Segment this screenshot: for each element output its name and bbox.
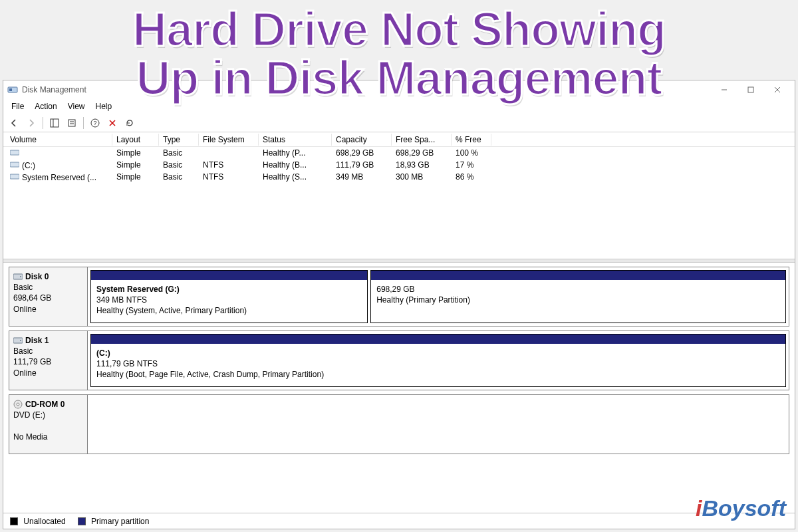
volume-list-pane[interactable]: Volume Layout Type File System Status Ca…	[3, 132, 795, 259]
cell-capacity: 698,29 GB	[332, 148, 392, 158]
cell-type: Basic	[159, 148, 199, 158]
graphical-view-pane[interactable]: Disk 0Basic698,64 GBOnlineSystem Reserve…	[3, 263, 795, 513]
cell-layout: Simple	[112, 148, 159, 158]
partition[interactable]: (C:)111,79 GB NTFSHealthy (Boot, Page Fi…	[90, 334, 786, 387]
disk-row[interactable]: CD-ROM 0DVD (E:) No Media	[9, 394, 789, 454]
partition-status: Healthy (System, Active, Primary Partiti…	[96, 305, 362, 316]
disk-row[interactable]: Disk 1Basic111,79 GBOnline(C:)111,79 GB …	[9, 331, 789, 390]
partition-stripe	[371, 271, 785, 280]
volume-row[interactable]: (C:)SimpleBasicNTFSHealthy (B...111,79 G…	[3, 159, 795, 171]
help-button[interactable]: ?	[87, 116, 103, 130]
disk-management-window: Disk Management File Action View Help ? …	[3, 80, 795, 529]
cell-capacity: 111,79 GB	[332, 160, 392, 170]
maximize-button[interactable]	[737, 82, 764, 98]
volume-row[interactable]: SimpleBasicHealthy (P...698,29 GB698,29 …	[3, 147, 795, 159]
drive-icon	[10, 172, 19, 180]
back-button[interactable]	[6, 116, 22, 130]
volume-row[interactable]: System Reserved (...SimpleBasicNTFSHealt…	[3, 171, 795, 183]
disk-state: Online	[13, 368, 83, 378]
partition-size: 349 MB NTFS	[96, 295, 362, 305]
toolbar-separator	[43, 117, 43, 129]
overlay-line-1: Hard Drive Not Showing	[0, 5, 798, 54]
forward-button[interactable]	[23, 116, 39, 130]
volume-name: (C:)	[22, 161, 35, 170]
legend-primary-label: Primary partition	[91, 517, 149, 526]
svg-text:?: ?	[93, 120, 96, 126]
col-header-capacity[interactable]: Capacity	[332, 134, 392, 146]
cell-pctfree: 86 %	[452, 172, 491, 182]
partition-title: (C:)	[96, 348, 780, 358]
menu-view[interactable]: View	[63, 100, 90, 112]
drive-icon	[10, 148, 19, 156]
svg-rect-6	[51, 119, 59, 127]
menu-file[interactable]: File	[6, 100, 29, 112]
svg-rect-8	[68, 120, 75, 126]
col-header-pctfree[interactable]: % Free	[452, 134, 491, 146]
col-header-type[interactable]: Type	[159, 134, 199, 146]
cell-pctfree: 100 %	[452, 148, 491, 158]
col-header-volume[interactable]: Volume	[6, 134, 112, 146]
cell-free: 300 MB	[392, 172, 452, 182]
svg-point-23	[17, 403, 19, 406]
window-controls	[711, 82, 791, 98]
cell-type: Basic	[159, 172, 199, 182]
cell-free: 18,93 GB	[392, 160, 452, 170]
partition-container	[88, 395, 789, 454]
disk-size: 698,64 GB	[13, 293, 83, 303]
hard-disk-icon	[13, 336, 23, 344]
cell-status: Healthy (B...	[259, 160, 332, 170]
cell-pctfree: 17 %	[452, 160, 491, 170]
svg-point-21	[20, 340, 21, 341]
cell-layout: Simple	[112, 172, 159, 182]
legend-swatch-blue-icon	[78, 517, 86, 525]
toolbar: ?	[3, 114, 795, 132]
cell-free: 698,29 GB	[392, 148, 452, 158]
disk-row[interactable]: Disk 0Basic698,64 GBOnlineSystem Reserve…	[9, 267, 789, 327]
svg-rect-15	[10, 150, 19, 155]
legend-primary: Primary partition	[78, 517, 150, 526]
col-header-layout[interactable]: Layout	[112, 134, 159, 146]
disk-size: 111,79 GB	[13, 356, 83, 367]
col-header-free[interactable]: Free Spa...	[392, 134, 452, 146]
cell-filesystem: NTFS	[199, 172, 259, 182]
delete-button[interactable]	[104, 116, 120, 130]
cell-layout: Simple	[112, 160, 159, 170]
partition[interactable]: 698,29 GBHealthy (Primary Partition)	[370, 270, 786, 323]
partition-container: System Reserved (G:)349 MB NTFSHealthy (…	[88, 267, 789, 326]
cell-capacity: 349 MB	[332, 172, 392, 182]
volume-name: System Reserved (...	[22, 173, 96, 182]
volume-list-header[interactable]: Volume Layout Type File System Status Ca…	[3, 132, 795, 147]
svg-point-19	[20, 276, 21, 277]
properties-button[interactable]	[64, 116, 80, 130]
cell-status: Healthy (P...	[259, 148, 332, 158]
disk-management-icon	[7, 84, 18, 95]
disk-state: No Media	[13, 432, 83, 442]
partition-status: Healthy (Primary Partition)	[376, 295, 780, 305]
menu-help[interactable]: Help	[90, 100, 118, 112]
cell-filesystem	[199, 152, 259, 154]
partition-size: 698,29 GB	[376, 284, 780, 295]
menu-action[interactable]: Action	[29, 100, 62, 112]
partition-status: Healthy (Boot, Page File, Active, Crash …	[96, 369, 780, 380]
legend-bar: Unallocated Primary partition	[3, 513, 795, 529]
svg-rect-3	[748, 87, 753, 92]
titlebar: Disk Management	[3, 80, 795, 99]
partition-size: 111,79 GB NTFS	[96, 358, 780, 369]
refresh-button[interactable]	[122, 116, 138, 130]
cell-status: Healthy (S...	[259, 172, 332, 182]
svg-rect-17	[10, 174, 19, 179]
legend-swatch-black-icon	[10, 517, 18, 525]
legend-unallocated: Unallocated	[10, 517, 66, 526]
disk-name: Disk 0	[25, 271, 49, 282]
show-hide-tree-button[interactable]	[47, 116, 63, 130]
col-header-status[interactable]: Status	[259, 134, 332, 146]
disk-kind: Basic	[13, 282, 83, 293]
col-header-filesystem[interactable]: File System	[199, 134, 259, 146]
disk-info: CD-ROM 0DVD (E:) No Media	[9, 395, 88, 454]
close-button[interactable]	[764, 82, 791, 98]
partition[interactable]: System Reserved (G:)349 MB NTFSHealthy (…	[90, 270, 368, 323]
disk-name: Disk 1	[25, 335, 49, 346]
partition-title: System Reserved (G:)	[96, 284, 362, 295]
drive-icon	[10, 160, 19, 168]
minimize-button[interactable]	[711, 82, 737, 98]
